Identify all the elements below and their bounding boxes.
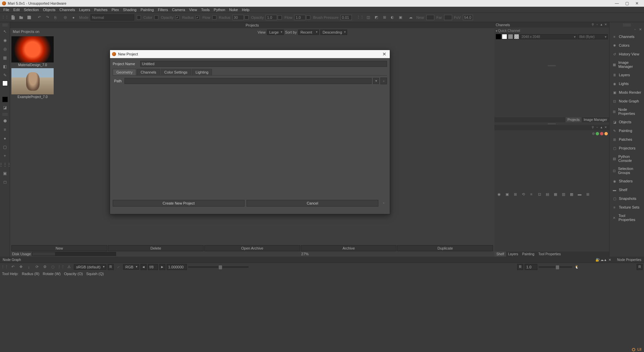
project-name-input[interactable]: [140, 61, 387, 67]
tab-lighting[interactable]: Lighting: [192, 69, 212, 75]
cancel-button[interactable]: Cancel: [247, 200, 378, 207]
path-label: Path: [113, 79, 123, 83]
dialog-settings-icon[interactable]: ▫: [380, 200, 387, 207]
dialog-mari-icon: [112, 52, 116, 56]
new-project-dialog: New Project ✕ Project Name Geometry Chan…: [110, 50, 390, 214]
tab-channels-dlg[interactable]: Channels: [137, 69, 160, 75]
dialog-titlebar: New Project ✕: [110, 50, 390, 58]
project-name-label: Project Name: [113, 62, 138, 66]
path-input[interactable]: [124, 78, 372, 84]
path-browse-button[interactable]: ▫: [380, 78, 387, 84]
tab-geometry[interactable]: Geometry: [113, 69, 136, 75]
path-history-dropdown[interactable]: ▾: [373, 78, 379, 84]
dialog-close-button[interactable]: ✕: [381, 51, 388, 57]
dialog-title: New Project: [118, 52, 138, 56]
create-project-button[interactable]: Create New Project: [113, 200, 245, 207]
tab-color-settings[interactable]: Color Settings: [161, 69, 191, 75]
